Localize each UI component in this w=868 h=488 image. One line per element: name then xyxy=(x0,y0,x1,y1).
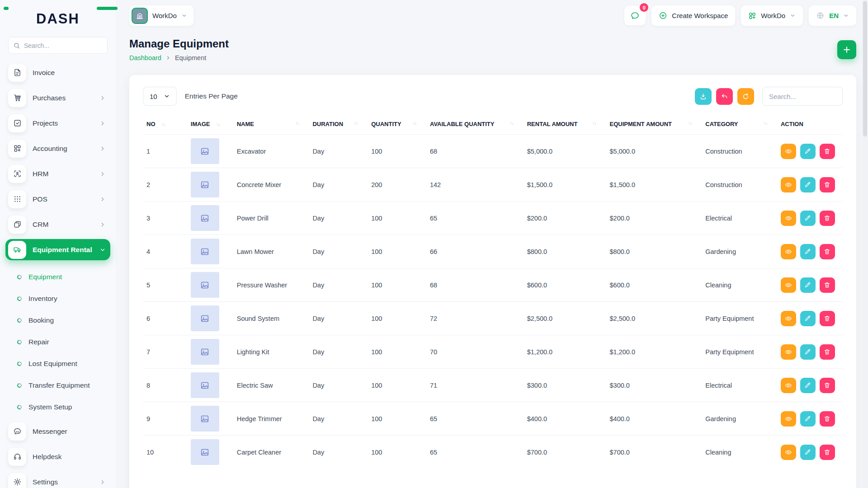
sort-icon[interactable]: ↑↓ xyxy=(593,121,596,126)
search-icon xyxy=(13,42,20,49)
view-button[interactable] xyxy=(781,378,796,393)
entries-label: Entries Per Page xyxy=(185,92,238,100)
submenu-item-equipment[interactable]: Equipment xyxy=(17,266,110,288)
view-button[interactable] xyxy=(781,411,796,427)
sidebar-item-purchases[interactable]: Purchases xyxy=(5,87,110,108)
submenu-item-inventory[interactable]: Inventory xyxy=(17,288,110,310)
delete-button[interactable] xyxy=(820,277,835,293)
sort-icon[interactable]: ↑↓ xyxy=(510,121,514,126)
delete-button[interactable] xyxy=(820,244,835,259)
image-icon xyxy=(200,380,210,390)
edit-button[interactable] xyxy=(800,277,816,293)
cell-image xyxy=(187,436,233,469)
copy-squares-icon xyxy=(8,216,26,234)
sidebar-item-crm[interactable]: CRM xyxy=(5,214,110,235)
logo-dash-bar xyxy=(97,7,118,10)
page-heading-block: Manage Equipment Dashboard Equipment xyxy=(129,38,229,61)
delete-button[interactable] xyxy=(820,311,835,326)
edit-button[interactable] xyxy=(800,344,816,360)
view-button[interactable] xyxy=(781,311,796,326)
submenu-item-transfer-equipment[interactable]: Transfer Equipment xyxy=(17,375,110,396)
view-button[interactable] xyxy=(781,277,796,293)
edit-button[interactable] xyxy=(800,445,816,460)
view-button[interactable] xyxy=(781,244,796,259)
sidebar-item-invoice[interactable]: Invoice xyxy=(5,62,110,83)
submenu-item-repair[interactable]: Repair xyxy=(17,331,110,353)
delete-button[interactable] xyxy=(820,411,835,427)
edit-button[interactable] xyxy=(800,144,816,159)
edit-button[interactable] xyxy=(800,244,816,259)
trash-icon xyxy=(824,181,830,188)
sort-icon[interactable]: ↑↓ xyxy=(413,121,416,126)
table-search-input[interactable] xyxy=(762,87,843,106)
add-equipment-button[interactable] xyxy=(837,40,856,59)
sort-icon[interactable]: ↑↓ xyxy=(764,121,767,126)
column-header-quantity[interactable]: QUANTITY↑↓ xyxy=(368,113,426,135)
submenu-item-system-setup[interactable]: System Setup xyxy=(17,396,110,418)
sidebar-item-messenger[interactable]: Messenger xyxy=(5,421,110,442)
submenu-item-lost-equipment[interactable]: Lost Equipment xyxy=(17,353,110,375)
cell-duration: Day xyxy=(309,235,368,268)
messages-button[interactable]: 0 xyxy=(624,6,646,25)
edit-button[interactable] xyxy=(800,177,816,192)
entries-select[interactable]: 10 xyxy=(143,87,177,106)
sidebar-search-input[interactable] xyxy=(24,42,103,49)
delete-button[interactable] xyxy=(820,177,835,192)
breadcrumb-current: Equipment xyxy=(175,54,206,61)
sidebar-item-pos[interactable]: POS xyxy=(5,188,110,210)
pencil-icon xyxy=(804,449,811,455)
sidebar-item-helpdesk[interactable]: Helpdesk xyxy=(5,446,110,467)
page-scrollbar[interactable] xyxy=(862,0,868,488)
view-button[interactable] xyxy=(781,177,796,192)
sidebar-item-label: POS xyxy=(33,195,47,203)
sort-icon[interactable]: ↑↓ xyxy=(295,121,299,126)
scrollbar-thumb[interactable] xyxy=(863,1,867,136)
cell-equipment-amount: $5,000.0 xyxy=(606,135,702,168)
sort-icon[interactable]: ↑↓ xyxy=(162,122,165,127)
sidebar-item-accounting[interactable]: Accounting xyxy=(5,138,110,159)
sort-icon[interactable]: ↑↓ xyxy=(688,121,692,126)
cell-image xyxy=(187,235,233,268)
column-header-no[interactable]: NO↑↓ xyxy=(143,113,187,135)
column-header-equipment-amount[interactable]: EQUIPMENT AMOUNT↑↓ xyxy=(606,113,702,135)
grid-plus-icon xyxy=(748,12,756,20)
sidebar-item-projects[interactable]: Projects xyxy=(5,113,110,134)
view-button[interactable] xyxy=(781,211,796,226)
delete-button[interactable] xyxy=(820,144,835,159)
create-workspace-button[interactable]: Create Workspace xyxy=(651,5,735,26)
delete-button[interactable] xyxy=(820,211,835,226)
language-selector[interactable]: EN xyxy=(809,5,856,26)
sidebar-item-equipment-rental[interactable]: Equipment Rental xyxy=(5,239,110,260)
sidebar-item-hrm[interactable]: HRM xyxy=(5,163,110,184)
workspace-selector[interactable]: WorkDo xyxy=(129,5,193,26)
view-button[interactable] xyxy=(781,344,796,360)
view-button[interactable] xyxy=(781,445,796,460)
column-header-name[interactable]: NAME↑↓ xyxy=(233,113,309,135)
delete-button[interactable] xyxy=(820,344,835,360)
edit-button[interactable] xyxy=(800,378,816,393)
delete-button[interactable] xyxy=(820,378,835,393)
delete-button[interactable] xyxy=(820,445,835,460)
sidebar-item-settings[interactable]: Settings xyxy=(5,471,110,488)
edit-button[interactable] xyxy=(800,211,816,226)
column-header-category[interactable]: CATEGORY↑↓ xyxy=(702,113,777,135)
submenu-item-booking[interactable]: Booking xyxy=(17,310,110,331)
column-header-duration[interactable]: DURATION↑↓ xyxy=(309,113,368,135)
sort-icon[interactable]: ↑↓ xyxy=(354,121,358,126)
column-header-available-quantity[interactable]: AVAILABLE QUANTITY↑↓ xyxy=(426,113,524,135)
image-icon xyxy=(200,347,210,357)
column-header-rental-amount[interactable]: RENTAL AMOUNT↑↓ xyxy=(524,113,606,135)
workdo-menu-button[interactable]: WorkDo xyxy=(741,5,803,26)
edit-button[interactable] xyxy=(800,411,816,427)
refresh-button[interactable] xyxy=(737,88,754,105)
cell-duration: Day xyxy=(309,168,368,202)
sort-icon[interactable]: ↑↓ xyxy=(216,122,220,127)
download-button[interactable] xyxy=(695,88,712,105)
breadcrumb-dashboard-link[interactable]: Dashboard xyxy=(129,54,161,61)
pencil-icon xyxy=(804,248,811,255)
view-button[interactable] xyxy=(781,144,796,159)
column-header-image[interactable]: IMAGE↑↓ xyxy=(187,113,233,135)
edit-button[interactable] xyxy=(800,311,816,326)
undo-button[interactable] xyxy=(716,88,733,105)
pencil-icon xyxy=(804,348,811,355)
